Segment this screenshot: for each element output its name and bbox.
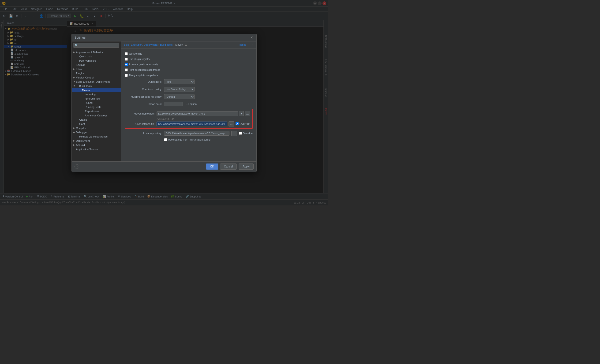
thread-count-input[interactable]	[164, 102, 183, 106]
nav-runner[interactable]: Runner	[72, 101, 121, 105]
nav-running-tests[interactable]: Running Tests	[72, 105, 121, 109]
maven-home-row: Maven home path: ▾ …	[127, 111, 250, 116]
breadcrumb-sep1: ›	[159, 43, 159, 46]
breadcrumb-buildtools[interactable]: Build Tools	[160, 43, 172, 46]
use-settings-checkbox-area: Use settings from .mvn/maven.config	[125, 138, 210, 141]
dialog-title-bar: Settings ✕	[72, 34, 256, 41]
user-settings-input[interactable]	[157, 122, 227, 126]
nav-ignored-files[interactable]: Ignored Files	[72, 97, 121, 101]
nav-importing[interactable]: Importing	[72, 92, 121, 97]
print-exception-checkbox[interactable]	[125, 68, 128, 72]
nav-deployment[interactable]: ▶ Deployment	[72, 139, 121, 143]
bt-label: Build Tools	[79, 85, 92, 87]
rt-label: Running Tests	[85, 106, 101, 109]
nav-build-tools[interactable]: ▼ Build Tools	[72, 84, 121, 88]
nav-gant[interactable]: Gant	[72, 122, 121, 126]
use-settings-checkbox[interactable]	[164, 138, 167, 141]
maven-home-label: Maven home path:	[127, 112, 155, 115]
nav-android[interactable]: ▶ Android	[72, 143, 121, 147]
breadcrumb-build[interactable]: Build, Execution, Deployment	[124, 43, 158, 46]
apply-button[interactable]: Apply	[239, 164, 253, 170]
settings-search-input[interactable]	[73, 43, 119, 47]
an-label: Android	[76, 144, 85, 146]
as-label: Application Servers	[76, 148, 98, 151]
nav-plugins[interactable]: Plugins	[72, 71, 121, 75]
local-repo-browse-btn[interactable]: …	[231, 131, 237, 136]
cancel-button[interactable]: Cancel	[220, 164, 237, 170]
output-level-select[interactable]: Info Debug Error	[164, 79, 195, 84]
nav-gradle[interactable]: Gradle	[72, 118, 121, 122]
user-settings-override-checkbox[interactable]	[235, 122, 239, 125]
output-level-row: Output level: Info Debug Error	[125, 79, 253, 84]
maven-home-input[interactable]	[157, 111, 238, 116]
nav-archetype-catalogs[interactable]: Archetype Catalogs	[72, 113, 121, 118]
forward-nav-icon[interactable]: →	[251, 43, 253, 46]
user-settings-row: User settings file: … Override	[127, 121, 250, 127]
pl-label: Plugins	[76, 72, 84, 75]
be-arrow: ▼	[73, 80, 75, 83]
ga-label: Gant	[79, 122, 85, 125]
nav-build-exec[interactable]: ▼ Build, Execution, Deployment	[72, 80, 121, 84]
plugin-registry-checkbox-area: Use plugin registry	[125, 58, 150, 61]
execute-goals-label: Execute goals recursively	[129, 63, 158, 66]
reset-link[interactable]: Reset	[239, 43, 246, 46]
user-settings-label: User settings file:	[127, 122, 155, 125]
work-offline-checkbox-area: Work offline	[125, 52, 142, 55]
be-label: Build, Execution, Deployment	[76, 80, 110, 83]
nav-app-servers[interactable]: Application Servers	[72, 147, 121, 151]
plugin-registry-checkbox[interactable]	[125, 58, 128, 61]
work-offline-label: Work offline	[129, 52, 142, 55]
nav-compiler[interactable]: ▶ Compiler	[72, 126, 121, 130]
checksum-policy-select[interactable]: No Global Policy Warn Fail	[164, 87, 195, 92]
de-label: Debugger	[76, 131, 87, 134]
nav-quick-lists[interactable]: Quick Lists	[72, 54, 121, 59]
ok-button[interactable]: OK	[206, 164, 218, 170]
user-settings-browse-btn[interactable]: …	[228, 121, 234, 127]
nav-debugger[interactable]: ▶ Debugger	[72, 130, 121, 135]
nav-editor[interactable]: ▶ Editor	[72, 67, 121, 71]
co-arrow: ▶	[73, 127, 75, 129]
bt-arrow: ▼	[73, 85, 75, 87]
local-repo-override-label: Override	[243, 132, 253, 135]
nav-remote-jar[interactable]: Remote Jar Repositories	[72, 135, 121, 139]
nav-repositories[interactable]: Repositories	[72, 109, 121, 113]
rn-label: Runner	[85, 101, 93, 104]
local-repo-override-checkbox[interactable]	[239, 132, 242, 135]
settings-form: Work offline Use plugin registry	[121, 48, 256, 161]
maven-home-browse-btn[interactable]: …	[245, 111, 250, 116]
work-offline-row: Work offline	[125, 52, 253, 55]
settings-breadcrumb: Build, Execution, Deployment › Build Too…	[121, 41, 256, 48]
output-level-field-label: Output level:	[125, 80, 162, 83]
local-repo-row: Local repository: … Override	[125, 131, 253, 136]
back-nav-icon[interactable]: ←	[247, 43, 250, 46]
imp-label: Importing	[85, 93, 96, 96]
user-settings-override-area: Override	[235, 122, 250, 126]
nav-appearance[interactable]: ▶ Appearance & Behavior	[72, 50, 121, 54]
dp-label: Deployment	[76, 139, 90, 142]
breadcrumb-sep2: ›	[173, 43, 174, 46]
always-update-checkbox[interactable]	[125, 74, 128, 77]
print-exception-label: Print exception stack traces	[129, 68, 160, 71]
nav-path-variables[interactable]: Path Variables	[72, 59, 121, 63]
multiproject-select[interactable]: Default Fail at end Fail fast	[164, 94, 195, 99]
dialog-close-button[interactable]: ✕	[250, 36, 253, 39]
execute-goals-checkbox[interactable]	[125, 63, 128, 66]
nav-version-control[interactable]: ▶ Version Control	[72, 75, 121, 80]
dialog-footer: ? OK Cancel Apply	[72, 161, 256, 172]
maven-home-dropdown-btn[interactable]: ▾	[239, 111, 244, 116]
execute-goals-row: Execute goals recursively	[125, 63, 253, 66]
use-settings-label: Use settings from .mvn/maven.config	[168, 138, 210, 141]
nav-keymap[interactable]: Keymap	[72, 63, 121, 67]
help-icon: ?	[76, 165, 78, 168]
plugin-registry-row: Use plugin registry	[125, 58, 253, 61]
ed-label: Editor	[76, 68, 83, 71]
work-offline-checkbox[interactable]	[125, 52, 128, 55]
breadcrumb-reset-area: Reset ← →	[239, 43, 253, 46]
breadcrumb-maven: Maven	[175, 43, 183, 46]
dialog-title: Settings	[75, 36, 85, 39]
help-button[interactable]: ?	[75, 164, 79, 169]
local-repo-input[interactable]	[164, 131, 229, 136]
settings-nav: ▶ Appearance & Behavior Quick Lists Path…	[72, 41, 121, 161]
nav-maven[interactable]: Maven	[72, 88, 121, 92]
breadcrumb-menu-icon[interactable]: ☰	[185, 43, 187, 46]
